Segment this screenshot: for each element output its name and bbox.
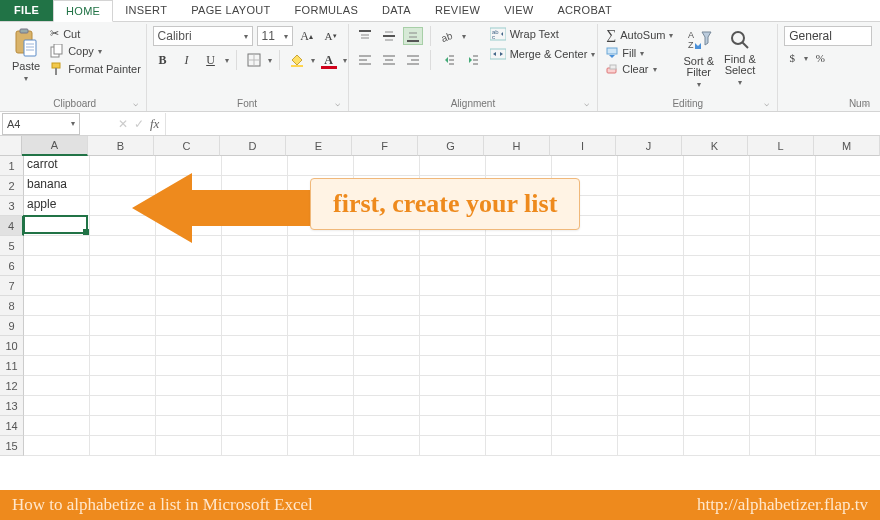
cell[interactable] — [486, 156, 552, 176]
cell[interactable] — [486, 376, 552, 396]
cell[interactable] — [750, 276, 816, 296]
cell[interactable] — [618, 336, 684, 356]
fill-button[interactable]: Fill ▾ — [604, 46, 675, 60]
tab-formulas[interactable]: FORMULAS — [283, 0, 371, 21]
cell[interactable] — [684, 356, 750, 376]
tab-home[interactable]: HOME — [53, 0, 113, 22]
cell[interactable] — [354, 316, 420, 336]
cell[interactable] — [90, 396, 156, 416]
cell[interactable] — [816, 336, 880, 356]
row-header[interactable]: 13 — [0, 396, 24, 416]
cell[interactable] — [684, 256, 750, 276]
cell[interactable] — [816, 256, 880, 276]
cell[interactable] — [24, 256, 90, 276]
cell[interactable] — [552, 396, 618, 416]
font-size-select[interactable]: 11 ▾ — [257, 26, 293, 46]
cell[interactable] — [354, 356, 420, 376]
column-header[interactable]: G — [418, 136, 484, 156]
cell[interactable] — [420, 156, 486, 176]
cell[interactable] — [24, 396, 90, 416]
row-header[interactable]: 11 — [0, 356, 24, 376]
cell[interactable] — [750, 436, 816, 456]
cell[interactable] — [156, 196, 222, 216]
cell[interactable] — [420, 236, 486, 256]
cell[interactable] — [90, 256, 156, 276]
cell[interactable] — [684, 216, 750, 236]
cell[interactable] — [750, 356, 816, 376]
cell[interactable] — [354, 396, 420, 416]
column-header[interactable]: C — [154, 136, 220, 156]
cell[interactable] — [222, 276, 288, 296]
cell[interactable] — [222, 296, 288, 316]
cell[interactable] — [90, 176, 156, 196]
cell[interactable] — [288, 316, 354, 336]
underline-button[interactable]: U — [201, 50, 221, 70]
cell[interactable] — [288, 356, 354, 376]
cell[interactable] — [222, 196, 288, 216]
tab-review[interactable]: REVIEW — [423, 0, 492, 21]
cell[interactable] — [90, 276, 156, 296]
column-header[interactable]: M — [814, 136, 880, 156]
percent-button[interactable]: % — [812, 50, 828, 66]
tab-acrobat[interactable]: ACROBAT — [545, 0, 623, 21]
cell[interactable] — [618, 276, 684, 296]
cell[interactable] — [552, 236, 618, 256]
tab-page-layout[interactable]: PAGE LAYOUT — [179, 0, 282, 21]
cell[interactable] — [24, 376, 90, 396]
row-header[interactable]: 1 — [0, 156, 24, 176]
cell[interactable] — [90, 356, 156, 376]
cell[interactable] — [24, 276, 90, 296]
cell[interactable] — [486, 236, 552, 256]
cell[interactable] — [816, 276, 880, 296]
cell[interactable] — [288, 336, 354, 356]
column-header[interactable]: E — [286, 136, 352, 156]
cell[interactable] — [354, 416, 420, 436]
cell[interactable] — [156, 416, 222, 436]
cell[interactable] — [816, 196, 880, 216]
cell[interactable] — [486, 336, 552, 356]
cell[interactable] — [816, 296, 880, 316]
cell[interactable] — [486, 256, 552, 276]
cell[interactable] — [750, 376, 816, 396]
font-name-select[interactable]: Calibri ▾ — [153, 26, 253, 46]
cell[interactable] — [288, 376, 354, 396]
wrap-text-button[interactable]: abc Wrap Text — [488, 26, 598, 42]
sort-filter-button[interactable]: AZ Sort &Filter ▾ — [681, 26, 716, 89]
cell[interactable] — [222, 216, 288, 236]
cell[interactable] — [816, 376, 880, 396]
cell[interactable] — [816, 396, 880, 416]
cell[interactable] — [24, 236, 90, 256]
column-header[interactable]: J — [616, 136, 682, 156]
cell[interactable] — [618, 316, 684, 336]
accept-formula-icon[interactable]: ✓ — [134, 117, 144, 131]
cell[interactable] — [750, 176, 816, 196]
row-header[interactable]: 5 — [0, 236, 24, 256]
cell[interactable] — [24, 436, 90, 456]
cell[interactable] — [222, 176, 288, 196]
cell[interactable]: carrot — [24, 156, 90, 176]
name-box[interactable]: A4 ▾ — [2, 113, 80, 135]
cell[interactable] — [816, 236, 880, 256]
cell[interactable] — [24, 416, 90, 436]
cell[interactable] — [684, 436, 750, 456]
cell[interactable] — [90, 336, 156, 356]
cell[interactable] — [156, 236, 222, 256]
merge-center-button[interactable]: Merge & Center ▾ — [488, 46, 598, 62]
cell[interactable] — [816, 176, 880, 196]
cell[interactable] — [222, 236, 288, 256]
cell[interactable] — [222, 396, 288, 416]
currency-button[interactable]: $ — [784, 50, 800, 66]
cell[interactable] — [354, 256, 420, 276]
cell[interactable] — [486, 296, 552, 316]
cell[interactable] — [552, 356, 618, 376]
cell[interactable] — [156, 356, 222, 376]
cell[interactable] — [288, 256, 354, 276]
cell[interactable] — [486, 316, 552, 336]
cell[interactable] — [684, 196, 750, 216]
row-header[interactable]: 12 — [0, 376, 24, 396]
cell[interactable] — [552, 276, 618, 296]
cell[interactable] — [222, 356, 288, 376]
cell[interactable] — [90, 316, 156, 336]
cell[interactable] — [552, 436, 618, 456]
cell[interactable] — [354, 156, 420, 176]
